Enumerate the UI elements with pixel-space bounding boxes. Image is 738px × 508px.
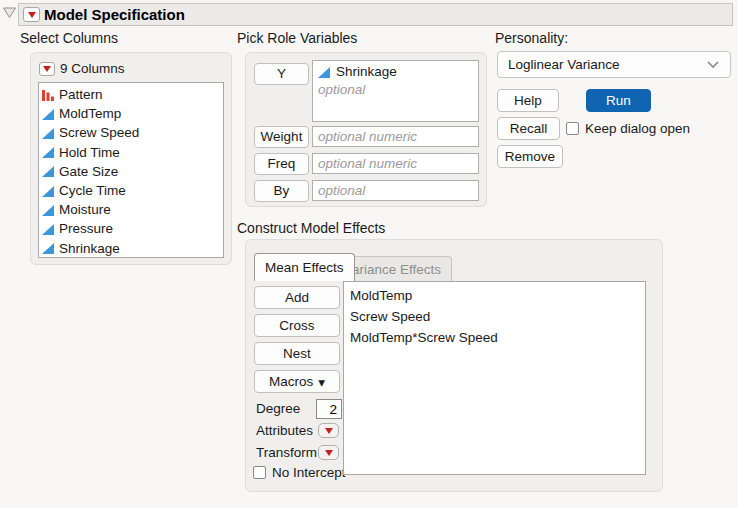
y-role-box[interactable]: Shrinkage optional (312, 60, 479, 122)
transform-label: Transform (256, 445, 317, 460)
macros-button[interactable]: Macros ▾ (254, 370, 340, 393)
keep-dialog-open-label: Keep dialog open (585, 121, 690, 136)
weight-role-button[interactable]: Weight (254, 126, 309, 148)
page-title: Model Specification (44, 6, 185, 23)
list-item[interactable]: Shrinkage (41, 239, 223, 258)
column-name: Gate Size (59, 164, 118, 179)
red-triangle-icon (325, 450, 333, 456)
transform-red-triangle-button[interactable] (318, 445, 339, 460)
y-role-button[interactable]: Y (254, 63, 309, 85)
no-intercept-checkbox[interactable] (253, 466, 266, 479)
construct-effects-label: Construct Model Effects (237, 220, 385, 236)
select-columns-label: Select Columns (20, 30, 118, 46)
red-triangle-menu-button[interactable] (23, 7, 40, 22)
continuous-icon (41, 126, 55, 140)
outline-header: Model Specification (18, 3, 733, 26)
columns-red-triangle-button[interactable] (39, 62, 55, 76)
columns-listbox[interactable]: Pattern MoldTemp Screw Speed Hold Time G… (38, 82, 224, 258)
menu-arrow-icon: ▾ (318, 374, 325, 390)
pattern-bars-icon (41, 88, 55, 102)
personality-dropdown[interactable]: Loglinear Variance (497, 51, 731, 78)
personality-value: Loglinear Variance (508, 57, 620, 72)
nest-button[interactable]: Nest (254, 342, 340, 365)
degree-input[interactable] (316, 399, 342, 419)
list-item[interactable]: Moisture (41, 200, 223, 219)
remove-button[interactable]: Remove (497, 145, 563, 168)
no-intercept-label: No Intercept (272, 465, 346, 480)
chevron-down-icon (706, 60, 720, 69)
continuous-icon (41, 164, 55, 178)
continuous-icon (317, 65, 331, 79)
freq-role-button[interactable]: Freq (254, 153, 309, 175)
column-name: Moisture (59, 202, 111, 217)
continuous-icon (41, 222, 55, 236)
list-item[interactable]: Pattern (41, 85, 223, 104)
by-role-button[interactable]: By (254, 180, 309, 202)
column-name: Pattern (59, 87, 103, 102)
attributes-red-triangle-button[interactable] (318, 423, 339, 438)
list-item[interactable]: Pressure (41, 219, 223, 238)
list-item[interactable]: Screw Speed (41, 123, 223, 142)
help-button[interactable]: Help (497, 89, 559, 112)
no-intercept-row: No Intercept (253, 465, 346, 480)
column-name: MoldTemp (59, 106, 121, 121)
columns-count-label: 9 Columns (60, 61, 125, 76)
pick-roles-label: Pick Role Variables (237, 30, 357, 46)
list-item[interactable]: Gate Size (41, 162, 223, 181)
effect-item[interactable]: MoldTemp (350, 285, 639, 306)
y-placeholder: optional (313, 80, 478, 99)
attributes-label: Attributes (256, 423, 313, 438)
recall-button[interactable]: Recall (497, 117, 560, 140)
construct-effects-panel: Mean Effects Variance Effects Add Cross … (245, 239, 663, 492)
macros-label: Macros (269, 374, 313, 389)
select-columns-panel: 9 Columns Pattern MoldTemp Screw Speed H… (30, 52, 232, 265)
effect-item[interactable]: Screw Speed (350, 306, 639, 327)
weight-role-box[interactable]: optional numeric (312, 126, 479, 147)
by-role-box[interactable]: optional (312, 180, 479, 201)
continuous-icon (41, 145, 55, 159)
keep-dialog-open-row: Keep dialog open (566, 121, 690, 136)
disclosure-triangle-icon[interactable] (2, 6, 17, 20)
cross-button[interactable]: Cross (254, 314, 340, 337)
red-triangle-icon (325, 428, 333, 434)
red-triangle-icon (28, 12, 36, 18)
pick-roles-panel: Y Shrinkage optional Weight optional num… (245, 52, 487, 207)
continuous-icon (41, 241, 55, 255)
columns-menu-row: 9 Columns (39, 61, 224, 76)
y-role-entry[interactable]: Shrinkage (313, 61, 478, 80)
column-name: Shrinkage (59, 241, 120, 256)
continuous-icon (41, 184, 55, 198)
personality-label: Personality: (495, 30, 568, 46)
column-name: Hold Time (59, 145, 120, 160)
list-item[interactable]: Cycle Time (41, 181, 223, 200)
effects-listbox[interactable]: MoldTemp Screw Speed MoldTemp*Screw Spee… (343, 281, 646, 475)
run-button[interactable]: Run (586, 89, 651, 112)
freq-role-box[interactable]: optional numeric (312, 153, 479, 174)
y-variable: Shrinkage (336, 64, 397, 79)
continuous-icon (41, 203, 55, 217)
effect-item[interactable]: MoldTemp*Screw Speed (350, 327, 639, 348)
column-name: Cycle Time (59, 183, 126, 198)
column-name: Screw Speed (59, 125, 139, 140)
keep-dialog-open-checkbox[interactable] (566, 122, 579, 135)
list-item[interactable]: Hold Time (41, 143, 223, 162)
list-item[interactable]: MoldTemp (41, 104, 223, 123)
degree-label: Degree (256, 401, 300, 416)
add-button[interactable]: Add (254, 286, 340, 309)
red-triangle-icon (43, 66, 51, 72)
tab-mean-effects[interactable]: Mean Effects (254, 253, 355, 281)
continuous-icon (41, 107, 55, 121)
column-name: Pressure (59, 221, 113, 236)
